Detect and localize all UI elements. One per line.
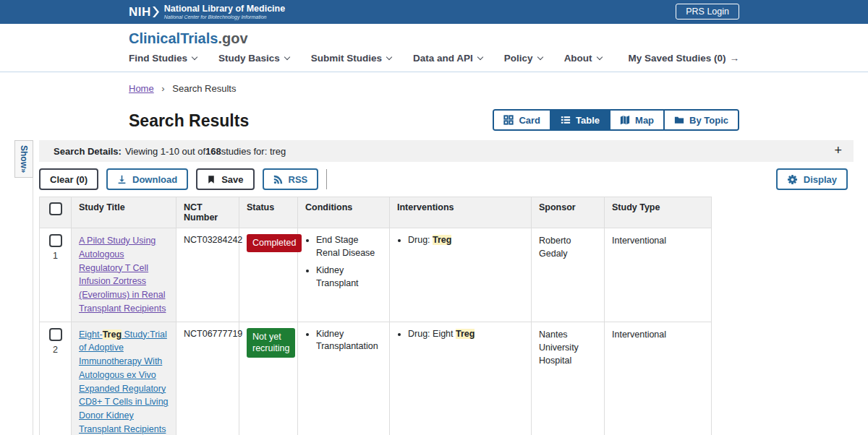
table-header-row: Study TitleNCT NumberStatusConditionsInt… [40,197,712,228]
view-map-button[interactable]: Map [609,111,663,129]
chevron-down-icon [596,53,602,59]
rss-button[interactable]: RSS [263,168,319,190]
prs-login-button[interactable]: PRS Login [676,4,739,20]
grid-icon [503,115,514,125]
breadcrumb-home-link[interactable]: Home [129,83,154,94]
status-badge: Not yet recruiting [247,328,295,358]
conditions-cell: End Stage Renal DiseaseKidney Transplant [298,228,390,322]
interventions-cell: Drug: Treg [390,228,532,322]
display-options-button[interactable]: Display [776,168,848,190]
condition-item: Kidney Transplant [316,264,382,290]
save-button[interactable]: Save [196,168,254,190]
search-details-bar: Search Details: Viewing 1-10 out of 168 … [39,140,854,162]
text-segment: Eight- [79,330,103,340]
study-title-link[interactable]: Eight-Treg Study:Trial of Adoptive Immun… [79,330,169,434]
map-icon [620,115,630,125]
text-segment: Drug: Eight [408,329,456,339]
expand-search-details-icon[interactable]: + [834,142,842,159]
row-number: 2 [43,345,68,355]
sponsor-cell: Roberto Gedaly [532,228,605,322]
study-title-link[interactable]: A Pilot Study Using Autologous Regulator… [79,236,166,314]
rss-icon [273,175,283,184]
row-checkbox[interactable] [49,234,62,247]
intervention-item: Drug: Eight Treg [408,328,524,341]
search-details-suffix: studies for: treg [221,146,286,157]
arrow-right-icon: → [730,53,740,64]
breadcrumb-current: Search Results [172,83,236,94]
results-table: Study TitleNCT NumberStatusConditionsInt… [39,197,712,435]
chevron-down-icon [386,53,392,59]
select-all-header [40,197,72,228]
text-segment: Drug: [408,235,433,245]
bookmark-icon [207,175,216,184]
view-by-topic-button[interactable]: By Topic [663,111,738,129]
study-type-cell: Interventional [605,322,712,435]
condition-item: Kidney Transplantation [316,328,382,353]
sponsor-cell: Nantes University Hospital [532,322,605,435]
nav-submit-studies[interactable]: Submit Studies [311,53,391,64]
column-header-study-type[interactable]: Study Type [605,197,712,228]
main-nav: Find Studies Study Basics Submit Studies… [129,53,739,72]
column-header-study-title[interactable]: Study Title [72,197,176,228]
nav-about[interactable]: About [564,53,602,64]
list-icon [561,115,571,125]
study-title-cell: A Pilot Study Using Autologous Regulator… [72,228,176,322]
column-header-conditions[interactable]: Conditions [298,197,390,228]
actions-divider [326,169,327,189]
row-select-cell: 2 [40,322,72,435]
nct-number: NCT03284242 [176,228,239,322]
study-type-cell: Interventional [605,228,712,322]
nih-logo-icon: NIH [129,5,159,20]
panel-rail-divider [33,178,33,435]
chevron-down-icon [477,53,483,59]
nlm-wordmark: National Library of Medicine National Ce… [164,4,285,20]
row-select-cell: 1 [40,228,72,322]
download-button[interactable]: Download [106,168,188,190]
intervention-item: Drug: Treg [408,234,524,247]
nlm-logo-link[interactable]: NIH National Library of Medicine Nationa… [129,4,285,20]
nav-find-studies[interactable]: Find Studies [129,53,197,64]
search-details-text: Viewing 1-10 out of [125,146,205,157]
interventions-cell: Drug: Eight Treg [390,322,532,435]
row-checkbox[interactable] [49,328,62,341]
clear-button[interactable]: Clear (0) [39,168,98,190]
nav-study-basics[interactable]: Study Basics [218,53,289,64]
chevrons-right-icon: » [20,168,28,173]
search-term-highlight: Treg [456,329,475,339]
nlm-subtitle: National Center for Biotechnology Inform… [164,14,285,20]
page-title: Search Results [129,111,249,131]
breadcrumb-separator: › [161,83,164,94]
my-saved-studies-link[interactable]: My Saved Studies (0)→ [628,53,739,64]
table-row: 1A Pilot Study Using Autologous Regulato… [40,228,712,322]
study-title-cell: Eight-Treg Study:Trial of Adoptive Immun… [72,322,176,435]
chevron-down-icon [284,53,290,59]
text-segment: Study:Trial of Adoptive Immunotherapy Wi… [79,330,169,434]
folder-icon [674,115,684,125]
column-header-status[interactable]: Status [239,197,298,228]
view-card-button[interactable]: Card [494,111,550,129]
nav-divider [0,72,868,72]
clinicaltrials-logo[interactable]: ClinicalTrials.gov [129,30,248,47]
condition-item: End Stage Renal Disease [316,234,382,259]
search-results-count: 168 [205,146,221,157]
view-toggle-group: Card Table Map By Topic [493,109,739,131]
nct-number: NCT06777719 [176,322,239,435]
column-header-interventions[interactable]: Interventions [390,197,532,228]
row-number: 1 [43,251,68,261]
download-icon [117,175,127,184]
view-table-button[interactable]: Table [550,111,609,129]
column-header-nct-number[interactable]: NCT Number [176,197,239,228]
nav-data-and-api[interactable]: Data and API [413,53,482,64]
nlm-banner: NIH National Library of Medicine Nationa… [0,0,868,24]
chevron-down-icon [192,53,197,59]
column-header-sponsor[interactable]: Sponsor [532,197,605,228]
results-table-body: 1A Pilot Study Using Autologous Regulato… [40,228,712,435]
table-row: 2Eight-Treg Study:Trial of Adoptive Immu… [40,322,712,435]
text-segment: A Pilot Study Using Autologous Regulator… [79,236,166,314]
show-search-panel-tab[interactable]: Show » [14,140,33,178]
status-cell: Completed [239,228,298,322]
nav-policy[interactable]: Policy [504,53,542,64]
select-all-checkbox[interactable] [49,202,62,215]
chevron-down-icon [537,53,542,59]
nlm-title: National Library of Medicine [164,4,285,14]
